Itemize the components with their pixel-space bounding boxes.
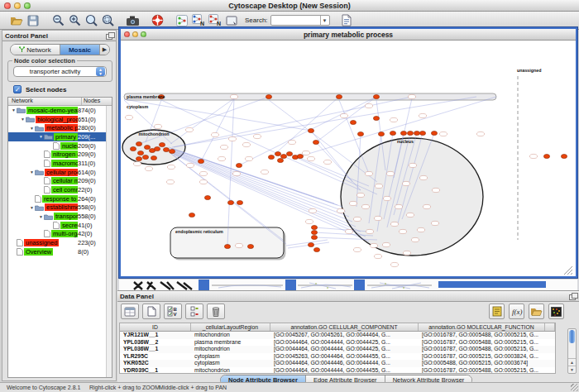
network-zoom-button[interactable] [141,31,146,37]
tree-row[interactable]: cell communicat22(0) [8,185,106,194]
node-label-pill[interactable] [361,204,369,208]
expand-arrow-icon[interactable]: ▼ [29,205,35,210]
table-row[interactable]: YPL036W__1mitochondrion[GO:0044464, GO:0… [120,346,555,353]
network-node[interactable] [136,156,141,160]
float-data-panel-icon[interactable] [569,293,577,299]
tree-row[interactable]: ▼establishment of lo558(0) [8,203,106,213]
node-label-pill[interactable] [411,237,419,241]
network-minimize-button[interactable] [132,31,138,37]
zoom-window-button[interactable] [24,2,31,9]
node-label-pill[interactable] [399,229,406,233]
node-label-pill[interactable] [242,142,250,146]
network-node[interactable] [400,131,406,135]
node-label-pill[interactable] [340,113,347,117]
network-node[interactable] [227,200,233,204]
table-column-header[interactable]: annotation.GO MOLECULAR_FUNCTION [419,323,545,331]
table-cell[interactable]: mitochondrion [191,346,270,353]
network-node[interactable] [247,244,253,248]
node-label-pill[interactable] [337,208,344,213]
node-label-pill[interactable] [375,184,382,188]
matrix-view-icon[interactable] [548,304,564,319]
table-cell[interactable]: [GO:0044464, GO:0044444, GO:0044455, G..… [270,367,419,374]
node-label-pill[interactable] [125,115,132,119]
network-overview-icon[interactable] [174,13,190,28]
node-label-pill[interactable] [386,171,394,175]
network-node[interactable] [237,200,242,204]
network-node[interactable] [159,142,165,146]
table-scrollbar-thumb[interactable] [569,330,575,343]
table-cell[interactable]: mitochondrion [191,367,270,374]
table-row[interactable]: YKR052Ccytoplasm[GO:0044464, GO:0044446,… [120,360,555,367]
table-cell[interactable]: plasma membrane [191,339,270,347]
network-node[interactable] [350,120,356,124]
node-label-pill[interactable] [245,156,252,160]
tree-row[interactable]: ▼transport558(0) [8,212,106,221]
network-node[interactable] [189,213,194,217]
set-attribute-icon[interactable] [185,304,203,319]
network-node[interactable] [137,151,143,155]
table-column-header[interactable]: ID [120,323,191,331]
table-column-header[interactable]: _cellularLayoutRegion [191,323,270,331]
zoom-selected-icon[interactable] [99,13,116,28]
tree-row[interactable]: cellular metabo209(0) [8,177,106,186]
node-label-pill[interactable] [353,217,361,221]
node-label-pill[interactable] [345,229,352,233]
table-cell[interactable]: [GO:0044464, GO:0044446, GO:0044444, G..… [270,360,419,367]
node-label-pill[interactable] [199,179,207,184]
save-icon[interactable] [25,13,41,28]
table-column-header[interactable]: annotation.GO CELLULAR_COMPONENT [270,323,419,331]
table-row[interactable]: YPL036W__2plasma membrane[GO:0044464, GO… [120,339,555,347]
node-label-pill[interactable] [365,103,372,108]
node-label-pill[interactable] [431,221,438,225]
node-label-pill[interactable] [390,222,398,226]
network-node[interactable] [151,155,156,160]
node-label-pill[interactable] [167,165,175,169]
node-label-pill[interactable] [366,229,373,233]
network-node[interactable] [277,158,283,162]
network-node[interactable] [142,155,148,159]
node-label-pill[interactable] [390,117,397,122]
close-button[interactable] [4,2,11,9]
node-label-pill[interactable] [476,131,484,136]
zoom-fit-icon[interactable] [83,13,99,28]
node-label-pill[interactable] [309,208,316,213]
open-folder-icon[interactable] [8,13,25,28]
tree-row[interactable]: ▼cellular process614(0) [8,168,106,177]
node-label-pill[interactable] [185,127,193,131]
import-folder-icon[interactable] [529,304,544,319]
tab-network[interactable]: Network [11,45,60,55]
node-label-pill[interactable] [408,94,415,98]
network-node[interactable] [297,154,303,158]
tree-scrollbar[interactable] [106,106,112,377]
network-canvas-svg[interactable]: plasma membranecytoplasmmitochondrionnuc… [121,41,576,276]
node-label-pill[interactable] [403,251,410,255]
node-label-pill[interactable] [374,216,381,220]
node-label-pill[interactable] [186,163,194,167]
network-node[interactable] [373,116,379,120]
tree-col-network[interactable]: Network [8,98,82,105]
network-node[interactable] [313,247,319,251]
network-node[interactable] [311,225,317,229]
import-attributes-icon[interactable] [338,13,355,28]
tree-row[interactable]: ▼primary metabo209(... [8,132,106,141]
node-label-pill[interactable] [154,124,161,128]
node-label-pill[interactable] [218,156,225,160]
network-node[interactable] [313,140,318,144]
table-cell[interactable]: cytoplasm [191,360,270,367]
node-label-pill[interactable] [261,170,268,174]
node-label-pill[interactable] [383,196,390,200]
tree-row[interactable]: ▼biological_process651(0) [8,115,106,124]
table-cell[interactable]: YPL036W__1 [120,346,191,353]
table-cell[interactable]: cytoplasm [191,353,270,361]
network-node[interactable] [286,151,292,155]
tree-row[interactable]: ▼mosaic-demo-yeast874(0) [8,106,106,115]
node-label-pill[interactable] [423,204,430,208]
node-label-pill[interactable] [406,213,414,217]
table-cell[interactable]: [GO:0016787, GO:0005488, GO:0005215, G..… [419,339,545,347]
network-node[interactable] [224,244,230,248]
network-node[interactable] [431,131,437,135]
select-attributes-icon[interactable] [121,304,139,319]
node-label-pill[interactable] [395,204,402,208]
tree-col-nodes[interactable]: Nodes [82,98,112,105]
node-label-pill[interactable] [353,247,361,251]
